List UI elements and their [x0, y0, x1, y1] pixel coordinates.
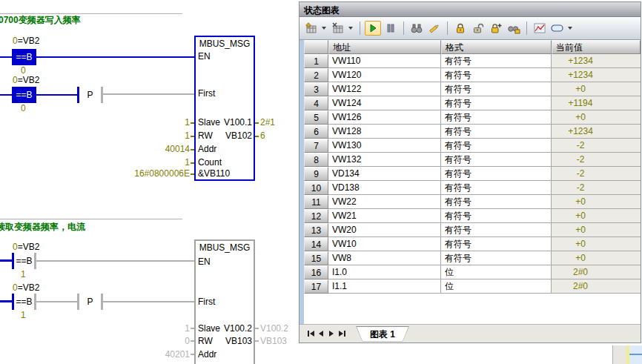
row-number[interactable]: 16	[304, 265, 328, 279]
current-value-cell[interactable]: +1234	[552, 68, 641, 82]
first-tab-button[interactable]	[305, 328, 316, 339]
compare-contact[interactable]: ==B	[14, 294, 34, 310]
current-value-cell[interactable]: +1234	[552, 125, 641, 139]
format-cell[interactable]: 有符号	[441, 251, 552, 265]
current-value-cell[interactable]: +0	[552, 195, 641, 209]
prev-tab-button[interactable]	[316, 328, 326, 339]
chevron-down-icon[interactable]	[348, 27, 353, 30]
format-cell[interactable]: 有符号	[441, 209, 552, 223]
address-tag-button[interactable]	[549, 21, 566, 36]
row-number[interactable]: 13	[304, 223, 328, 237]
row-number[interactable]: 6	[304, 125, 328, 139]
address-cell[interactable]: VW120	[328, 68, 441, 82]
pin-count: Count	[198, 157, 222, 168]
current-value-cell[interactable]: 2#0	[552, 265, 641, 279]
row-number[interactable]: 4	[304, 96, 328, 110]
address-cell[interactable]: VW22	[328, 195, 441, 209]
current-value-cell[interactable]: -2	[552, 181, 641, 195]
read-forced-button[interactable]	[506, 21, 522, 36]
row-number[interactable]: 11	[304, 195, 328, 209]
chevron-down-icon[interactable]	[322, 27, 326, 30]
chevron-down-icon[interactable]	[568, 27, 572, 30]
address-cell[interactable]: VD138	[328, 181, 441, 195]
row-number[interactable]: 2	[304, 68, 328, 82]
current-value-cell[interactable]: -2	[552, 153, 641, 167]
unforce-button[interactable]	[470, 21, 486, 36]
current-value-cell[interactable]: +0	[552, 251, 641, 265]
delete-row-button[interactable]	[330, 21, 346, 36]
row-number[interactable]: 1	[304, 54, 328, 68]
address-cell[interactable]: VW132	[328, 153, 441, 167]
address-cell[interactable]: VW124	[328, 96, 441, 110]
write-all-button[interactable]	[426, 21, 443, 36]
next-tab-button[interactable]	[326, 328, 337, 339]
address-cell[interactable]: VW128	[328, 125, 441, 139]
row-number[interactable]: 15	[304, 251, 328, 265]
format-cell[interactable]: 有符号	[441, 125, 552, 139]
format-cell[interactable]: 有符号	[441, 181, 552, 195]
address-cell[interactable]: VW130	[328, 139, 441, 153]
current-value-cell[interactable]: +0	[552, 110, 641, 125]
insert-row-button[interactable]	[303, 21, 320, 36]
address-cell[interactable]: VW21	[328, 209, 441, 223]
compare-contact[interactable]: ==B	[14, 253, 34, 269]
row-number[interactable]: 3	[304, 82, 328, 96]
row-number[interactable]: 12	[304, 209, 328, 223]
format-cell[interactable]: 有符号	[441, 82, 552, 96]
format-cell[interactable]: 有符号	[441, 153, 552, 167]
compare-contact[interactable]: ==B	[14, 49, 34, 65]
play-icon	[367, 22, 379, 34]
address-header[interactable]: 地址	[328, 40, 441, 54]
current-value-cell[interactable]: +1194	[552, 96, 641, 110]
chart-status-on-button[interactable]	[365, 21, 381, 36]
address-cell[interactable]: VD134	[328, 167, 441, 181]
unforce-all-button[interactable]	[488, 21, 504, 36]
format-cell[interactable]: 有符号	[441, 68, 552, 82]
address-cell[interactable]: VW110	[328, 54, 441, 68]
last-tab-button[interactable]	[337, 328, 347, 339]
format-cell[interactable]: 有符号	[441, 195, 552, 209]
current-value-cell[interactable]: -2	[552, 139, 641, 153]
current-value-cell[interactable]: 2#0	[552, 279, 641, 294]
row-number[interactable]: 14	[304, 237, 328, 251]
current-value-cell[interactable]: +0	[552, 209, 641, 223]
current-value-header[interactable]: 当前值	[552, 40, 641, 54]
format-cell[interactable]: 有符号	[441, 237, 552, 251]
address-cell[interactable]: I1.1	[328, 279, 441, 294]
format-cell[interactable]: 有符号	[441, 110, 552, 125]
pause-button[interactable]	[383, 21, 399, 36]
current-value-cell[interactable]: +0	[552, 237, 641, 251]
force-button[interactable]	[452, 21, 469, 36]
chart-tab[interactable]: 图表 1	[356, 326, 409, 342]
current-value-cell[interactable]: +1234	[552, 54, 641, 68]
compare-contact[interactable]: ==B	[14, 87, 34, 103]
row-number[interactable]: 7	[304, 139, 328, 153]
trend-view-button[interactable]	[532, 21, 548, 36]
format-cell[interactable]: 位	[441, 265, 552, 279]
format-cell[interactable]: 位	[441, 279, 552, 294]
row-number[interactable]: 8	[304, 153, 328, 167]
format-header[interactable]: 格式	[441, 40, 552, 54]
read-all-button[interactable]	[408, 21, 425, 36]
current-value-cell[interactable]: +0	[552, 82, 641, 96]
row-number[interactable]: 9	[304, 167, 328, 181]
format-cell[interactable]: 有符号	[441, 223, 552, 237]
address-cell[interactable]: VW20	[328, 223, 441, 237]
format-cell[interactable]: 有符号	[441, 54, 552, 68]
address-cell[interactable]: VW8	[328, 251, 441, 265]
address-cell[interactable]: VW10	[328, 237, 441, 251]
address-cell[interactable]: I1.0	[328, 265, 441, 279]
row-number[interactable]: 10	[304, 181, 328, 195]
address-cell[interactable]: VW126	[328, 110, 441, 125]
address-tag-icon	[550, 22, 565, 34]
positive-edge-contact[interactable]: P	[79, 87, 101, 103]
current-value-cell[interactable]: -2	[552, 167, 641, 181]
format-cell[interactable]: 有符号	[441, 96, 552, 110]
row-number[interactable]: 5	[304, 110, 328, 125]
positive-edge-contact[interactable]: P	[79, 294, 101, 310]
format-cell[interactable]: 有符号	[441, 167, 552, 181]
current-value-cell[interactable]: +0	[552, 223, 641, 237]
row-number[interactable]: 17	[304, 279, 328, 294]
format-cell[interactable]: 有符号	[441, 139, 552, 153]
address-cell[interactable]: VW122	[328, 82, 441, 96]
